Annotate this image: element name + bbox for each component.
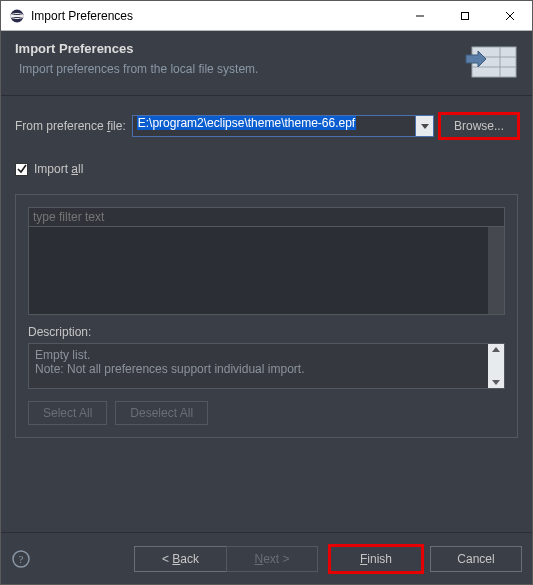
chevron-down-icon[interactable] xyxy=(416,115,434,137)
back-button[interactable]: < Back xyxy=(134,546,226,572)
description-line: Empty list. xyxy=(35,348,498,362)
filter-input[interactable] xyxy=(28,207,505,227)
dialog-footer: ? < Back Next > Finish Cancel xyxy=(1,532,532,584)
chevron-down-icon[interactable] xyxy=(492,378,500,386)
selection-buttons: Select All Deselect All xyxy=(28,401,505,425)
import-icon xyxy=(464,41,518,81)
svg-text:?: ? xyxy=(19,553,24,565)
file-row: From preference file: E:\program2\eclips… xyxy=(15,114,518,138)
description-line: Note: Not all preferences support indivi… xyxy=(35,362,498,376)
import-all-checkbox[interactable] xyxy=(15,163,28,176)
dialog-header: Import Preferences Import preferences fr… xyxy=(1,31,532,96)
maximize-button[interactable] xyxy=(442,1,487,30)
finish-button[interactable]: Finish xyxy=(330,546,422,572)
titlebar: Import Preferences xyxy=(1,1,532,31)
window-title: Import Preferences xyxy=(31,9,397,23)
scrollbar[interactable] xyxy=(488,344,504,388)
svg-marker-11 xyxy=(421,124,429,129)
select-all-button: Select All xyxy=(28,401,107,425)
browse-button[interactable]: Browse... xyxy=(440,114,518,138)
app-icon xyxy=(9,8,25,24)
scrollbar[interactable] xyxy=(488,227,504,314)
preferences-group: Description: Empty list. Note: Not all p… xyxy=(15,194,518,438)
close-button[interactable] xyxy=(487,1,532,30)
svg-rect-4 xyxy=(461,12,468,19)
description-box: Empty list. Note: Not all preferences su… xyxy=(28,343,505,389)
svg-marker-12 xyxy=(492,347,500,352)
help-icon[interactable]: ? xyxy=(11,549,31,569)
header-title: Import Preferences xyxy=(15,41,456,56)
window-controls xyxy=(397,1,532,30)
file-label: From preference file: xyxy=(15,119,126,133)
import-all-label: Import all xyxy=(34,162,83,176)
svg-rect-2 xyxy=(11,15,23,17)
import-all-row: Import all xyxy=(15,162,518,176)
preferences-tree[interactable] xyxy=(28,227,505,315)
next-button: Next > xyxy=(226,546,318,572)
minimize-button[interactable] xyxy=(397,1,442,30)
chevron-up-icon[interactable] xyxy=(492,346,500,354)
file-combo[interactable]: E:\program2\eclipse\theme\theme-66.epf xyxy=(132,115,434,137)
description-label: Description: xyxy=(28,325,505,339)
cancel-button[interactable]: Cancel xyxy=(430,546,522,572)
header-subtitle: Import preferences from the local file s… xyxy=(19,62,456,76)
deselect-all-button: Deselect All xyxy=(115,401,208,425)
dialog-window: Import Preferences Import Preferences Im… xyxy=(0,0,533,585)
dialog-body: From preference file: E:\program2\eclips… xyxy=(1,96,532,532)
file-input[interactable]: E:\program2\eclipse\theme\theme-66.epf xyxy=(132,115,416,137)
svg-marker-13 xyxy=(492,380,500,385)
